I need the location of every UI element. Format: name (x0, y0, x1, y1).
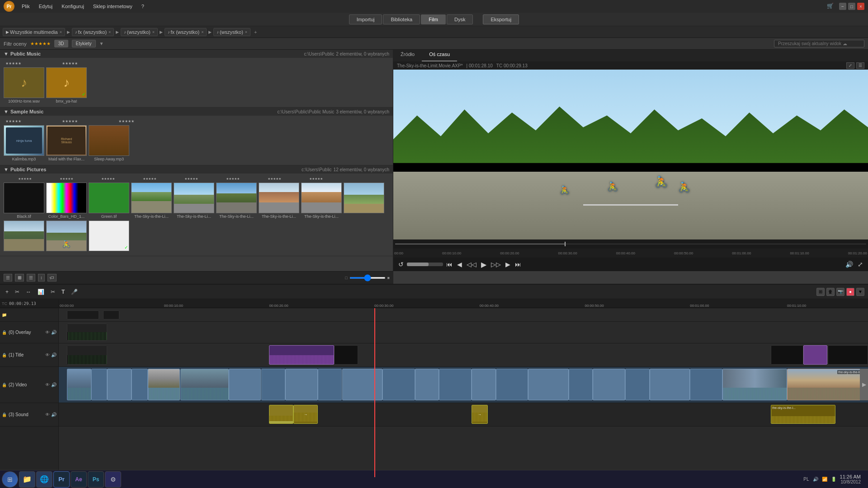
video-audio-icon[interactable]: 🔊 (51, 382, 57, 387)
preview-progress-bar[interactable] (395, 244, 866, 244)
tl-bar-chart-button[interactable]: 📊 (36, 288, 46, 296)
media-item-sky4[interactable]: The-Sky-is-the-Li... (259, 183, 299, 219)
section-public-music-header[interactable]: ▼ Public Music c:\Users\Public 2 element… (0, 50, 393, 58)
media-item-black[interactable]: Black.tif (4, 183, 44, 219)
video-clip-end-sky[interactable]: the-sky-is-the-limi... (787, 369, 868, 400)
video-clip-20[interactable] (625, 369, 650, 400)
star-rating-filter[interactable]: ★★★★★ (30, 41, 51, 46)
media-item-bike1[interactable] (344, 183, 384, 219)
skip-end-button[interactable]: ⏭ (514, 261, 523, 268)
tl-color-button[interactable]: ● (846, 288, 854, 296)
lock-overlay[interactable]: 🔒 (2, 330, 7, 335)
title-eye-icon[interactable]: 👁 (45, 352, 50, 357)
nav-fx-all-2[interactable]: ♪ fx (wszystko) × (165, 28, 207, 36)
video-clip-15[interactable] (472, 369, 496, 400)
video-clip-10[interactable] (318, 369, 342, 400)
menu-file[interactable]: Plik (20, 3, 32, 10)
library-button[interactable]: Biblioteka (383, 14, 420, 24)
section-sample-music-header[interactable]: ▼ Sample Music c:\Users\Public\Public Mu… (0, 108, 393, 116)
title-clip-black-3[interactable] (771, 345, 803, 365)
media-sort-button[interactable]: ↕ (38, 274, 45, 282)
video-clip-14[interactable] (439, 369, 472, 400)
tab-timeline[interactable]: Oś czasu (422, 50, 457, 61)
store-icon[interactable]: 🛒 (827, 3, 834, 10)
title-clip-black-2[interactable] (334, 345, 359, 365)
nav-close-3[interactable]: × (152, 30, 155, 34)
audio-preview-button[interactable]: 🔊 (844, 261, 854, 268)
sound-audio-icon[interactable]: 🔊 (51, 412, 57, 417)
preview-menu-button[interactable]: ☰ (856, 62, 864, 69)
media-item-bike2[interactable] (4, 221, 44, 252)
maximize-button[interactable]: □ (848, 3, 855, 10)
video-clip-18[interactable] (569, 369, 593, 400)
video-clip-22[interactable] (690, 369, 722, 400)
filter-3d-button[interactable]: 3D (54, 40, 68, 47)
video-clip-5[interactable] (148, 369, 180, 400)
video-clip-end-1[interactable] (722, 369, 787, 400)
media-tag-button[interactable]: 🏷 (47, 274, 57, 282)
video-clip-7[interactable] (229, 369, 261, 400)
media-item-colorbars[interactable]: Color_Bars_HD_1... (46, 183, 87, 219)
menu-store[interactable]: Sklep internetowy (91, 3, 134, 10)
loop-button[interactable]: ↺ (397, 261, 405, 268)
menu-edit[interactable]: Edytuj (37, 3, 55, 10)
taskbar-ae[interactable]: Ae (71, 471, 87, 488)
video-clip-2[interactable] (91, 369, 108, 400)
media-item-green[interactable]: Green.tif (89, 183, 129, 219)
prev-button[interactable]: ◁◁ (465, 261, 478, 268)
media-item-bmx[interactable]: ♪ ✓ bmx_ya-ha! (46, 67, 87, 103)
overlay-eye-icon[interactable]: 👁 (45, 330, 50, 335)
video-clip-21[interactable] (650, 369, 690, 400)
taskbar-premiere[interactable]: Pr (53, 471, 70, 488)
nav-all-media[interactable]: ▶ Wszystkie multimedia × (3, 28, 65, 36)
media-item-sky2[interactable]: The-Sky-is-the-Li... (174, 183, 214, 219)
nav-close-4[interactable]: × (201, 30, 203, 34)
nav-all-3[interactable]: ♪ (wszystko) × (213, 28, 250, 36)
sound-clip-3[interactable]: → (472, 405, 488, 424)
title-audio-icon[interactable]: 🔊 (51, 352, 57, 357)
video-clip-17[interactable] (528, 369, 569, 400)
nav-all-2[interactable]: ♪ (wszystko) × (121, 28, 158, 36)
video-clip-4[interactable] (132, 369, 148, 400)
tab-source[interactable]: Źródło (393, 50, 422, 61)
import-button[interactable]: Importuj (349, 14, 382, 24)
taskbar-photoshop[interactable]: Ps (88, 471, 104, 488)
nav-close-2[interactable]: × (108, 30, 111, 34)
tl-razor-button[interactable]: ✂ (49, 288, 57, 296)
play-button[interactable]: ▶ (480, 260, 488, 269)
sound-clip-2[interactable]: → (293, 405, 318, 424)
tl-mic-button[interactable]: 🎤 (69, 288, 80, 296)
film-button[interactable]: Film (421, 14, 446, 24)
tl-camera-button[interactable]: 📷 (836, 288, 844, 296)
overlay-clip-1[interactable] (67, 324, 108, 341)
thumb-size-slider[interactable] (349, 277, 386, 279)
video-clip-6[interactable] (180, 369, 229, 400)
video-clip-16[interactable] (496, 369, 528, 400)
next-frame-button[interactable]: ▶ (504, 261, 512, 268)
fullscreen-button[interactable]: ⤢ (856, 261, 864, 268)
title-clip-black-1[interactable] (67, 345, 108, 365)
media-item-1khz[interactable]: ♪ 1000Hz-tone.wav (4, 67, 44, 103)
tl-add-button[interactable]: + (4, 288, 10, 296)
video-clip-12[interactable] (382, 369, 415, 400)
tl-move-button[interactable]: ↔ (24, 288, 33, 296)
media-toolbar-btn-1[interactable]: ☰ (4, 274, 12, 282)
title-clip-black-4[interactable] (828, 345, 868, 365)
volume-slider[interactable] (407, 263, 443, 266)
video-clip-8[interactable] (261, 369, 286, 400)
tl-menu-button[interactable]: ▼ (856, 288, 864, 296)
title-clip-purple-2[interactable] (803, 345, 828, 365)
overlay-audio-icon[interactable]: 🔊 (51, 330, 57, 335)
tl-grid-button[interactable]: ⊞ (816, 288, 825, 296)
taskbar-volume-icon[interactable]: 🔊 (813, 477, 818, 482)
video-clip-13[interactable] (415, 369, 439, 400)
title-clip-purple[interactable] (269, 345, 334, 365)
media-item-sky1[interactable]: The-Sky-is-the-Li... (131, 183, 172, 219)
preview-expand-button[interactable]: ⤢ (846, 62, 854, 69)
lock-video[interactable]: 🔒 (2, 383, 7, 387)
minimize-button[interactable]: − (839, 3, 846, 10)
sound-eye-icon[interactable]: 👁 (45, 412, 50, 417)
nav-add-button[interactable]: + (252, 28, 259, 36)
sound-clip-1[interactable] (269, 405, 293, 424)
next-button[interactable]: ▷▷ (490, 261, 502, 268)
